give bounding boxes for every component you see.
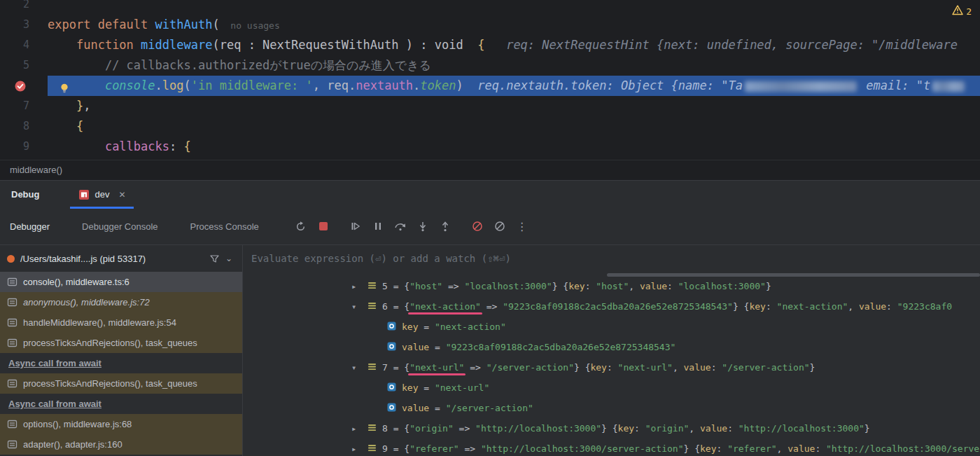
chevron-right-icon[interactable]: ▸ <box>351 277 367 296</box>
line-number[interactable]: 2 <box>0 0 48 15</box>
ide-window: { "colors": { "accent": "#3574f0", "exec… <box>0 0 980 456</box>
value-token: : <box>667 281 678 291</box>
line-number[interactable]: 5 <box>0 55 48 76</box>
chevron-down-icon[interactable]: ⌄ <box>225 254 235 263</box>
value-token: { <box>612 423 618 434</box>
code-line[interactable]: 4 function middleware(req : NextRequestW… <box>0 35 980 55</box>
frame-row[interactable]: Async call from await <box>0 394 242 414</box>
value-token: "referer" <box>727 443 776 454</box>
frame-row[interactable]: processTicksAndRejections(), task_queues <box>0 333 242 353</box>
map-entry-icon <box>367 440 382 456</box>
value-token: => <box>459 443 481 454</box>
frame-row[interactable]: anonymous(), middleware.js:72 <box>0 292 242 312</box>
breakpoint-icon[interactable] <box>14 79 27 92</box>
variable-row[interactable]: ▸9 = {"referer" => "http://localhost:300… <box>243 438 980 456</box>
session-title: /Users/takashif....js (pid 53317) <box>20 254 146 264</box>
line-number[interactable]: 4 <box>0 35 48 55</box>
frame-label: anonymous(), middleware.js:72 <box>23 297 150 308</box>
stop-icon[interactable] <box>314 217 332 235</box>
session-selector[interactable]: /Users/takashif....js (pid 53317) ⌄ <box>0 245 242 272</box>
code-token: , <box>83 99 90 113</box>
variable-row[interactable]: ▾7 = {"next-url" => "/server-action"} {k… <box>243 357 980 378</box>
more-icon[interactable]: ⋮ <box>513 217 531 235</box>
value-token: value <box>700 423 727 434</box>
variable-row[interactable]: ▾6 = {"next-action" => "9223c8af09188c2a… <box>243 296 980 317</box>
step-over-icon[interactable] <box>391 217 410 235</box>
scrollbar-thumb[interactable] <box>607 273 980 277</box>
variable-row[interactable]: key = "next-action" <box>243 317 980 337</box>
resume-icon[interactable] <box>346 217 365 235</box>
frame-row[interactable]: console(), middleware.ts:6 <box>0 272 242 292</box>
variable-row[interactable]: value = "9223c8af09188c2ac5dba20a26e52e8… <box>243 337 980 357</box>
line-number[interactable]: 7 <box>0 96 48 116</box>
intention-bulb-icon[interactable] <box>59 80 70 91</box>
value-token: value <box>788 443 815 454</box>
frame-row[interactable]: adapter(), adapter.js:160 <box>0 434 242 455</box>
variable-row[interactable]: ▸8 = {"origin" => "http://localhost:3000… <box>243 418 980 438</box>
code-text: export default withAuth( no usages <box>48 15 980 35</box>
chevron-right-icon[interactable]: ▸ <box>351 419 367 438</box>
value-token: "/server-action" <box>722 362 809 373</box>
code-editor[interactable]: 23export default withAuth( no usages4 fu… <box>0 0 980 160</box>
frame-row[interactable]: handleMiddleware(), middleware.js:54 <box>0 312 242 333</box>
code-line[interactable]: 7 }, <box>0 96 980 116</box>
pause-icon[interactable] <box>369 217 387 235</box>
breadcrumb-item[interactable]: middleware() <box>10 165 62 175</box>
step-out-icon[interactable] <box>436 217 454 235</box>
variable-row[interactable]: ▸5 = {"host" => "localhost:3000"} {key: … <box>243 276 980 296</box>
value-token: => <box>454 423 475 434</box>
frame-row[interactable]: processTicksAndRejections(), task_queues <box>0 373 242 394</box>
value-token: "next-url" <box>410 362 464 373</box>
code-line[interactable]: 8 { <box>0 116 980 137</box>
tab-process-console[interactable]: Process Console <box>190 221 259 232</box>
tab-dev[interactable]: dev ✕ <box>70 181 134 209</box>
value-token: "http://localhost:3000" <box>475 423 601 434</box>
code-token: ) : <box>406 38 435 52</box>
frame-label: processTicksAndRejections(), task_queues <box>23 338 197 348</box>
chevron-down-icon[interactable]: ▾ <box>351 297 367 317</box>
evaluate-expression-input[interactable]: Evaluate expression (⏎) or add a watch (… <box>243 245 980 272</box>
stack-frame-icon <box>7 338 18 348</box>
close-icon[interactable]: ✕ <box>118 190 125 200</box>
line-number[interactable]: 3 <box>0 15 48 35</box>
value-token: "next-url" <box>618 362 673 373</box>
stack-frame-icon <box>7 419 18 429</box>
line-number[interactable]: 8 <box>0 116 48 137</box>
frame-row[interactable]: Async call from await <box>0 353 242 373</box>
value-token: : <box>585 281 596 291</box>
value-token: : <box>727 423 738 434</box>
code-token: no usages <box>220 20 280 31</box>
line-number[interactable]: 9 <box>0 137 48 157</box>
equals-sign: = <box>388 281 404 291</box>
code-line[interactable]: 5 // callbacks.authorizedがtrueの場合のみ進入できる <box>0 55 980 76</box>
frame-row[interactable]: options(), middleware.js:68 <box>0 414 242 434</box>
code-line[interactable]: console.log('in middleware: ', req.nexta… <box>0 76 980 96</box>
clear-breakpoints-icon[interactable] <box>491 217 509 235</box>
inspections-widget[interactable]: 2 <box>952 5 972 18</box>
variable-name: 6 <box>382 301 388 312</box>
chevron-right-icon[interactable]: ▸ <box>351 439 367 456</box>
mute-breakpoints-icon[interactable] <box>468 217 486 235</box>
value-token: : <box>886 301 897 312</box>
value-token: value <box>684 362 711 373</box>
value-token: => <box>464 362 486 373</box>
variable-row[interactable]: key = "next-url" <box>243 378 980 398</box>
breadcrumb[interactable]: middleware() <box>0 160 980 180</box>
code-line[interactable]: 2 <box>0 0 980 15</box>
field-icon <box>386 399 402 418</box>
frames-list: console(), middleware.ts:6anonymous(), m… <box>0 272 242 455</box>
tab-debugger[interactable]: Debugger <box>10 221 50 232</box>
editor-gutter[interactable] <box>0 76 48 96</box>
rerun-icon[interactable] <box>292 217 310 235</box>
filter-icon[interactable] <box>209 254 220 264</box>
variable-row[interactable]: value = "/server-action" <box>243 398 980 418</box>
tab-debugger-console[interactable]: Debugger Console <box>82 221 158 232</box>
code-token: log <box>162 78 184 92</box>
value-token: "host" <box>596 281 629 291</box>
code-line[interactable]: 3export default withAuth( no usages <box>0 15 980 35</box>
equals-sign: = <box>429 342 445 352</box>
code-line[interactable]: 9 callbacks: { <box>0 137 980 157</box>
step-into-icon[interactable] <box>414 217 432 235</box>
chevron-down-icon[interactable]: ▾ <box>351 358 367 378</box>
indent <box>48 58 105 72</box>
